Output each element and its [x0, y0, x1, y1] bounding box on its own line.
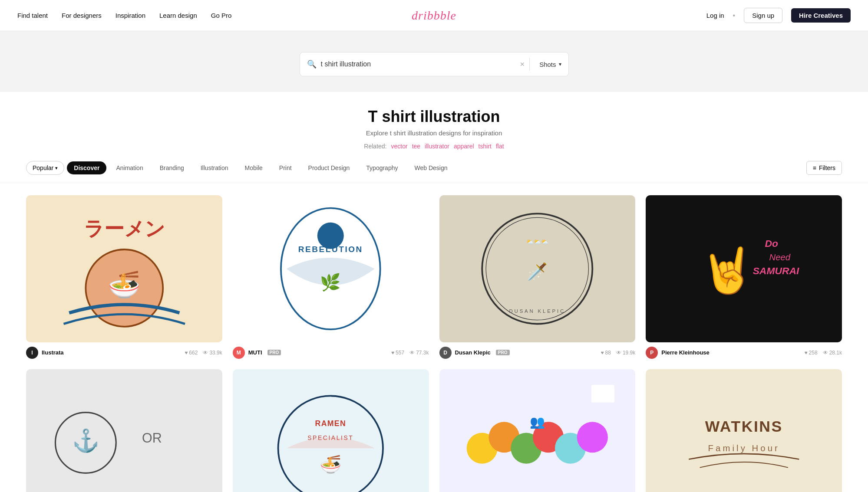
login-link[interactable]: Log in	[706, 12, 724, 19]
svg-text:🤘: 🤘	[700, 244, 755, 297]
author-name-4[interactable]: Pierre Kleinhouse	[661, 349, 710, 356]
svg-text:🍜: 🍜	[320, 454, 342, 475]
shot-card-5[interactable]: ⚓ OR A Artist Five ♥ 121 👁 14.2k	[26, 369, 222, 492]
tab-typography[interactable]: Typography	[359, 161, 405, 174]
popular-label: Popular	[33, 164, 53, 171]
shot-illustration-6: RAMEN SPECIALIST 🍜	[233, 369, 429, 492]
heart-icon: ♥	[391, 350, 394, 356]
shot-image-6: RAMEN SPECIALIST 🍜	[233, 369, 429, 492]
svg-text:DUSAN KLEPIC: DUSAN KLEPIC	[509, 308, 566, 314]
shot-author-2: M MUTI PRO	[233, 347, 281, 359]
shot-card-3[interactable]: 🗡️ ⛅⛅⛅ DUSAN KLEPIC D Dusan Klepic PRO ♥…	[439, 195, 636, 359]
tab-web-design[interactable]: Web Design	[407, 161, 454, 174]
hero-section: 🔍 ✕ Shots ▾	[0, 31, 868, 92]
tag-illustrator[interactable]: illustrator	[425, 143, 449, 150]
filters-button[interactable]: ≡ Filters	[806, 161, 842, 175]
shot-illustration-2: REBELUTION 🌿	[233, 195, 429, 342]
shot-stats-1: ♥ 662 👁 33.9k	[185, 350, 222, 356]
tab-mobile[interactable]: Mobile	[238, 161, 270, 174]
pro-badge-3: PRO	[496, 350, 510, 355]
views-3: 👁 19.9k	[616, 350, 635, 356]
svg-text:Family Hour: Family Hour	[708, 443, 779, 453]
tag-vector[interactable]: vector	[391, 143, 408, 150]
tag-tee[interactable]: tee	[412, 143, 420, 150]
svg-text:Do: Do	[765, 238, 778, 249]
tag-tshirt[interactable]: tshirt	[479, 143, 492, 150]
tab-illustration[interactable]: Illustration	[194, 161, 235, 174]
shot-meta-3: D Dusan Klepic PRO ♥ 88 👁 19.9k	[439, 347, 636, 359]
likes-4: ♥ 258	[804, 350, 817, 356]
shot-card-7[interactable]: 👥 S Artist Seven ♥ 195 👁 1	[439, 369, 636, 492]
nav-logo[interactable]: dribbble	[412, 9, 456, 23]
shot-card-2[interactable]: REBELUTION 🌿 M MUTI PRO ♥ 557	[233, 195, 429, 359]
shot-illustration-7: 👥	[439, 369, 636, 492]
signup-button[interactable]: Sign up	[744, 8, 782, 23]
shot-illustration-1: ラーメン 🍜	[26, 195, 222, 342]
author-name-3[interactable]: Dusan Klepic	[455, 349, 491, 356]
related-tags: Related: vector tee illustrator apparel …	[0, 143, 868, 150]
svg-text:ラーメン: ラーメン	[83, 218, 165, 240]
tag-apparel[interactable]: apparel	[454, 143, 474, 150]
clear-icon[interactable]: ✕	[520, 61, 525, 68]
likes-2: ♥ 557	[391, 350, 404, 356]
eye-icon: 👁	[616, 350, 621, 356]
views-2: 👁 77.3k	[409, 350, 429, 356]
svg-text:OR: OR	[142, 430, 162, 445]
shot-meta-2: M MUTI PRO ♥ 557 👁 77.3k	[233, 347, 429, 359]
shot-card-8[interactable]: WATKINS Family Hour W Watkins Studio ♥ 4…	[646, 369, 842, 492]
chevron-down-icon: ▾	[55, 165, 58, 171]
filter-bar: Popular ▾ Discover Animation Branding Il…	[0, 153, 868, 183]
nav-learn-design[interactable]: Learn design	[159, 12, 197, 19]
eye-icon: 👁	[203, 350, 208, 356]
svg-text:⛅⛅⛅: ⛅⛅⛅	[526, 238, 549, 246]
filter-icon: ≡	[813, 164, 816, 171]
shot-card-4[interactable]: 🤘 Do Need SAMURAI P Pierre Kleinhouse ♥ …	[646, 195, 842, 359]
shot-illustration-4: 🤘 Do Need SAMURAI	[646, 195, 842, 342]
tab-branding[interactable]: Branding	[153, 161, 191, 174]
svg-text:SAMURAI: SAMURAI	[752, 265, 799, 276]
author-name-1[interactable]: Ilustrata	[42, 349, 64, 356]
shot-stats-3: ♥ 88 👁 19.9k	[601, 350, 635, 356]
tab-animation[interactable]: Animation	[109, 161, 150, 174]
shot-stats-2: ♥ 557 👁 77.3k	[391, 350, 429, 356]
shot-illustration-5: ⚓ OR	[26, 369, 222, 492]
heart-icon: ♥	[804, 350, 807, 356]
shot-image-4: 🤘 Do Need SAMURAI	[646, 195, 842, 342]
chevron-down-icon: ▾	[559, 61, 561, 67]
tab-product-design[interactable]: Product Design	[301, 161, 357, 174]
svg-text:🌿: 🌿	[320, 272, 341, 292]
nav-for-designers[interactable]: For designers	[62, 12, 102, 19]
shot-meta-4: P Pierre Kleinhouse ♥ 258 👁 28.1k	[646, 347, 842, 359]
shot-image-5: ⚓ OR	[26, 369, 222, 492]
shot-image-3: 🗡️ ⛅⛅⛅ DUSAN KLEPIC	[439, 195, 636, 342]
heart-icon: ♥	[601, 350, 604, 356]
popular-dropdown[interactable]: Popular ▾	[26, 161, 64, 175]
shot-card-1[interactable]: ラーメン 🍜 I Ilustrata ♥ 662	[26, 195, 222, 359]
svg-rect-31	[591, 385, 614, 403]
nav-inspiration[interactable]: Inspiration	[116, 12, 145, 19]
shot-author-1: I Ilustrata	[26, 347, 64, 359]
search-type-dropdown[interactable]: Shots ▾	[534, 61, 561, 68]
nav-dot-divider: •	[733, 12, 736, 20]
nav-actions: Log in • Sign up Hire Creatives	[706, 8, 851, 23]
search-input[interactable]	[321, 60, 516, 68]
avatar-3: D	[439, 347, 452, 359]
avatar-4: P	[646, 347, 658, 359]
related-label: Related:	[364, 143, 386, 150]
tab-print[interactable]: Print	[272, 161, 299, 174]
nav-find-talent[interactable]: Find talent	[17, 12, 48, 19]
shot-illustration-3: 🗡️ ⛅⛅⛅ DUSAN KLEPIC	[439, 195, 636, 342]
tag-flat[interactable]: flat	[496, 143, 504, 150]
svg-text:⚓: ⚓	[72, 427, 99, 454]
author-name-2[interactable]: MUTI	[248, 349, 262, 356]
svg-text:🗡️: 🗡️	[527, 261, 548, 281]
search-icon: 🔍	[307, 59, 317, 69]
search-bar: 🔍 ✕ Shots ▾	[300, 52, 569, 76]
nav-go-pro[interactable]: Go Pro	[211, 12, 232, 19]
hire-creatives-button[interactable]: Hire Creatives	[791, 8, 851, 23]
shot-stats-4: ♥ 258 👁 28.1k	[804, 350, 842, 356]
shot-image-1: ラーメン 🍜	[26, 195, 222, 342]
tab-discover[interactable]: Discover	[67, 161, 106, 174]
views-1: 👁 33.9k	[203, 350, 222, 356]
shot-card-6[interactable]: RAMEN SPECIALIST 🍜 R Artist Six ♥ 340	[233, 369, 429, 492]
